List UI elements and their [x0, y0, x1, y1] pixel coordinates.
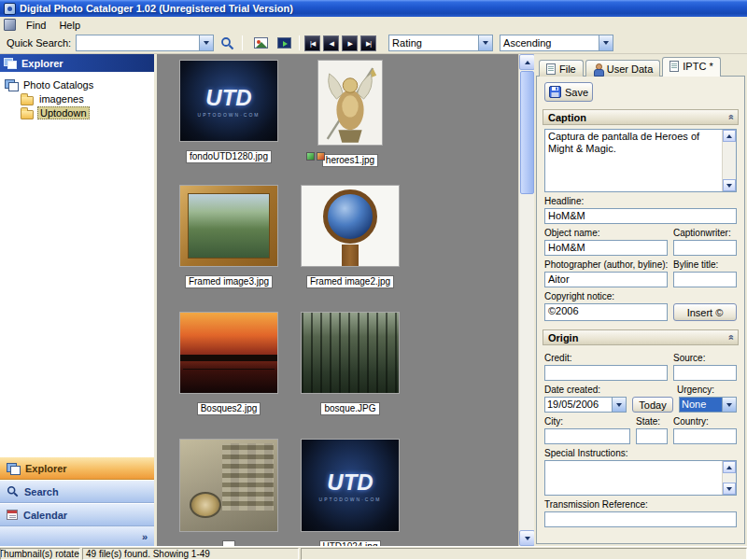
thumbnail-item[interactable]: heroes1.jpg [299, 60, 402, 167]
scroll-up-button[interactable] [519, 54, 534, 70]
save-button[interactable]: Save [544, 82, 593, 102]
calendar-bar[interactable]: Calendar [0, 503, 154, 526]
collapse-chevron-icon[interactable]: » [725, 334, 735, 340]
thumbnail-grid: UTD UPTODOWN·COM fondoUTD1280.jpg [157, 54, 534, 546]
detail-panel: File User Data IPTC * Save [534, 54, 747, 546]
textarea-scrollbar[interactable] [722, 130, 736, 191]
scroll-down-button[interactable] [723, 179, 736, 191]
thumbnail-caption: bosque.JPG [320, 402, 379, 415]
user-tab-icon [593, 63, 603, 75]
scroll-down-button[interactable] [519, 530, 534, 546]
thumbnail-item[interactable]: Framed image2.jpg [299, 185, 402, 288]
source-field[interactable] [673, 365, 737, 381]
object-name-field[interactable]: HoM&M [544, 240, 668, 256]
origin-group-body: Credit: Source: Date created: Urgency: 1… [543, 345, 739, 528]
title-bar[interactable]: Digital Photo Cataloger 1.02 (Unregister… [0, 0, 747, 17]
panel-collapse-bar[interactable]: » [0, 526, 154, 546]
previous-icon: ◀ [329, 40, 332, 47]
sort-field-select[interactable]: Rating [388, 35, 493, 51]
special-instructions-label: Special Instructions: [544, 448, 737, 458]
thumbnail-item[interactable] [177, 439, 280, 546]
last-image-button[interactable]: ▶| [360, 35, 376, 51]
special-instructions-textarea[interactable] [544, 460, 737, 496]
thumbnail-item[interactable]: UTD UPTODOWN·COM UTD1024.jpg [299, 439, 402, 546]
explorer-bar[interactable]: Explorer [0, 456, 154, 480]
state-field[interactable] [636, 428, 668, 444]
next-image-button[interactable]: ▶ [342, 35, 358, 51]
menu-find[interactable]: Find [20, 19, 52, 32]
panel-switcher: Explorer Search Calendar » [0, 456, 154, 546]
today-button[interactable]: Today [632, 397, 673, 413]
thumbnail-image [301, 185, 400, 267]
textarea-scrollbar[interactable] [722, 461, 736, 495]
country-field[interactable] [673, 428, 737, 444]
toolbar: Quick Search: |◀ ◀ ▶ ▶| Rating Ascending [0, 33, 747, 54]
catalog-icon [5, 79, 18, 91]
tree-item-uptodown[interactable]: Uptodown [5, 106, 149, 119]
copyright-field[interactable]: ©2006 [544, 303, 668, 321]
transmission-reference-field[interactable] [544, 511, 737, 527]
origin-group-header[interactable]: Origin » [543, 329, 739, 345]
captionwriter-field[interactable] [673, 240, 737, 256]
tab-file[interactable]: File [539, 60, 584, 77]
explorer-bar-icon [7, 463, 20, 474]
headline-field[interactable]: HoM&M [544, 208, 737, 224]
first-image-button[interactable]: |◀ [304, 35, 320, 51]
tree-item-photo-catalogs[interactable]: Photo Catalogs [5, 78, 149, 91]
chevron-down-icon[interactable] [478, 35, 492, 50]
tab-label: File [559, 63, 576, 75]
utd-logo-subtext: UPTODOWN·COM [319, 497, 382, 502]
grid-scrollbar[interactable] [518, 54, 534, 546]
tab-label: IPTC * [683, 61, 712, 72]
collapse-chevron-icon[interactable]: » [725, 114, 735, 119]
chevron-down-icon[interactable] [722, 398, 736, 412]
explorer-bar-label: Explorer [25, 463, 67, 474]
tab-user-data[interactable]: User Data [585, 60, 661, 77]
search-icon [220, 36, 234, 50]
urgency-value: None [680, 398, 722, 412]
tree-item-imagenes[interactable]: imagenes [5, 92, 149, 105]
thumbnail-image [179, 439, 278, 532]
caption-textarea[interactable]: Captura de pantalla de Heroes of Might &… [544, 129, 737, 192]
chevron-down-icon[interactable] [599, 35, 613, 50]
thumbnail-item[interactable]: bosque.JPG [299, 312, 402, 415]
chevron-down-icon[interactable] [199, 35, 213, 50]
menu-help[interactable]: Help [52, 19, 87, 32]
tab-iptc[interactable]: IPTC * [662, 57, 720, 77]
credit-field[interactable] [544, 365, 668, 381]
file-tab-icon [546, 63, 556, 75]
search-bar[interactable]: Search [0, 480, 154, 503]
photographer-field[interactable]: Aitor [544, 272, 668, 287]
previous-image-button[interactable]: ◀ [323, 35, 339, 51]
scroll-up-button[interactable] [723, 461, 736, 473]
slideshow-button[interactable] [274, 34, 294, 52]
thumbnail-item[interactable]: Framed image3.jpg [177, 185, 280, 288]
search-button[interactable] [217, 34, 237, 52]
sort-field-value: Rating [389, 35, 478, 50]
scroll-up-button[interactable] [723, 130, 736, 142]
caption-group-body: Captura de pantalla de Heroes of Might &… [543, 125, 739, 322]
chevron-down-icon[interactable] [612, 398, 626, 412]
quick-search-input[interactable] [76, 35, 214, 51]
thumbnail-image [179, 185, 278, 267]
thumbnail-item[interactable]: UTD UPTODOWN·COM fondoUTD1280.jpg [177, 60, 280, 163]
iptc-tab-icon [669, 61, 679, 72]
date-created-select[interactable]: 19/05/2006 [544, 397, 627, 413]
app-icon [4, 3, 16, 15]
city-field[interactable] [544, 428, 630, 444]
byline-title-field[interactable] [673, 272, 737, 287]
insert-copyright-button[interactable]: Insert © [673, 303, 737, 321]
scrollbar-thumb[interactable] [520, 71, 534, 194]
caption-group-header[interactable]: Caption » [543, 109, 739, 125]
sort-order-select[interactable]: Ascending [500, 35, 613, 51]
calendar-icon [7, 510, 18, 520]
status-message: Thumbnail(s) rotated [0, 548, 80, 560]
urgency-select[interactable]: None [679, 397, 737, 413]
thumbnail-item[interactable]: Bosques2.jpg [177, 312, 280, 415]
image-view-button[interactable] [250, 34, 271, 52]
scroll-down-button[interactable] [723, 483, 736, 495]
thumbnail-caption: Framed image3.jpg [185, 275, 273, 288]
frame-strap [342, 245, 359, 266]
origin-group: Origin » Credit: Source: Date created: U… [543, 329, 739, 528]
explorer-panel: Explorer Photo Catalogs imagenes Uptodow… [0, 54, 157, 546]
